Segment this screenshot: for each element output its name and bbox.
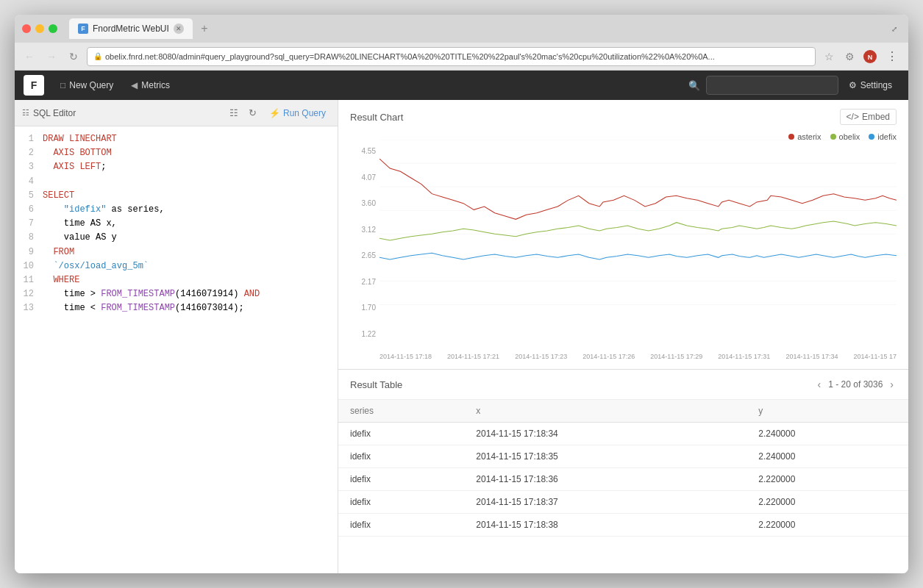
result-table: series x y idefix 2014-11-15 17:18:34 2.… bbox=[338, 400, 908, 537]
chart-section: Result Chart </> Embed asterix bbox=[338, 100, 908, 370]
cell-y: 2.240000 bbox=[746, 423, 908, 445]
main-content: ☷ SQL Editor ☷ ↻ ⚡ Run Query 1 DRAW LINE… bbox=[15, 100, 908, 573]
chart-actions: </> Embed bbox=[840, 109, 897, 125]
sql-editor[interactable]: 1 DRAW LINECHART 2 AXIS BOTTOM 3 AXIS LE… bbox=[15, 126, 338, 573]
active-tab[interactable]: F FnordMetric WebUI ✕ bbox=[69, 18, 193, 39]
cell-x: 2014-11-15 17:18:38 bbox=[464, 514, 746, 537]
new-query-label: New Query bbox=[69, 80, 113, 90]
cell-y: 2.220000 bbox=[746, 491, 908, 514]
cell-y: 2.240000 bbox=[746, 445, 908, 468]
title-bar: F FnordMetric WebUI ✕ + ⤢ bbox=[15, 15, 908, 43]
app-toolbar: F □ New Query ◀ Metrics 🔍 ⚙ Settings bbox=[15, 71, 908, 100]
minimize-window-button[interactable] bbox=[35, 24, 44, 33]
forward-button[interactable]: → bbox=[43, 48, 60, 65]
table-row: idefix 2014-11-15 17:18:35 2.240000 bbox=[338, 445, 908, 468]
sql-line-10: 10 `/osx/load_avg_5m` bbox=[15, 259, 338, 273]
app-logo: F bbox=[24, 75, 44, 96]
metrics-button[interactable]: ◀ Metrics bbox=[124, 76, 177, 94]
nav-right-actions: ☆ ⚙ N ⋮ bbox=[820, 46, 902, 67]
table-head: series x y bbox=[338, 400, 908, 423]
split-view-icon[interactable]: ☷ bbox=[227, 106, 241, 121]
sql-panel: ☷ SQL Editor ☷ ↻ ⚡ Run Query 1 DRAW LINE… bbox=[15, 100, 338, 573]
search-input[interactable] bbox=[706, 76, 838, 95]
metrics-label: Metrics bbox=[141, 80, 170, 90]
chrome-menu-icon[interactable]: ⋮ bbox=[882, 46, 902, 67]
run-query-button[interactable]: ⚡ Run Query bbox=[265, 106, 330, 121]
url-bar[interactable]: 🔒 obelix.fnrd.net:8080/admin#query_playg… bbox=[87, 47, 816, 66]
browser-window: F FnordMetric WebUI ✕ + ⤢ ← → ↻ 🔒 obelix… bbox=[15, 15, 908, 573]
app-search-area: 🔍 bbox=[688, 76, 838, 95]
bookmark-icon[interactable]: ☆ bbox=[820, 48, 838, 65]
col-header-y: y bbox=[746, 400, 908, 423]
settings-icon: ⚙ bbox=[849, 80, 857, 90]
sql-line-11: 11 WHERE bbox=[15, 273, 338, 287]
pagination-text: 1 - 20 of 3036 bbox=[828, 379, 883, 390]
settings-label: Settings bbox=[860, 80, 892, 90]
legend-dot-asterix bbox=[788, 134, 794, 140]
settings-button[interactable]: ⚙ Settings bbox=[841, 76, 899, 94]
right-panel: Result Chart </> Embed asterix bbox=[338, 100, 908, 573]
back-button[interactable]: ← bbox=[21, 48, 38, 65]
maximize-window-button[interactable] bbox=[49, 24, 57, 33]
embed-label: Embed bbox=[862, 112, 890, 122]
chart-area: asterix obelix idefix bbox=[350, 132, 897, 360]
sql-line-12: 12 time > FROM_TIMESTAMP(1416071914) AND bbox=[15, 287, 338, 301]
cell-series: idefix bbox=[338, 514, 464, 537]
sql-line-8: 8 value AS y bbox=[15, 231, 338, 245]
refresh-query-icon[interactable]: ↻ bbox=[246, 106, 260, 121]
chart-title: Result Chart bbox=[350, 112, 403, 123]
col-header-x: x bbox=[464, 400, 746, 423]
sql-line-3: 3 AXIS LEFT; bbox=[15, 160, 338, 174]
embed-icon: </> bbox=[847, 112, 859, 122]
run-icon: ⚡ bbox=[269, 108, 280, 118]
svg-text:N: N bbox=[868, 54, 873, 61]
result-table-section: Result Table ‹ 1 - 20 of 3036 › series x… bbox=[338, 370, 908, 573]
cell-series: idefix bbox=[338, 468, 464, 491]
profile-icon[interactable]: N bbox=[861, 48, 879, 65]
sql-line-5: 5 SELECT bbox=[15, 189, 338, 203]
sql-line-2: 2 AXIS BOTTOM bbox=[15, 146, 338, 160]
refresh-button[interactable]: ↻ bbox=[65, 48, 82, 65]
run-query-label: Run Query bbox=[283, 108, 326, 118]
search-icon: 🔍 bbox=[688, 80, 700, 91]
sql-line-6: 6 "idefix" as series, bbox=[15, 203, 338, 217]
cell-series: idefix bbox=[338, 491, 464, 514]
table-pagination: ‹ 1 - 20 of 3036 › bbox=[815, 377, 897, 392]
sql-toolbar: ☷ SQL Editor ☷ ↻ ⚡ Run Query bbox=[15, 100, 338, 126]
col-header-series: series bbox=[338, 400, 464, 423]
close-window-button[interactable] bbox=[22, 24, 31, 33]
chart-header: Result Chart </> Embed bbox=[350, 109, 897, 125]
cell-y: 2.220000 bbox=[746, 468, 908, 491]
line-chart-svg bbox=[379, 140, 897, 331]
tab-close-button[interactable]: ✕ bbox=[174, 24, 184, 34]
metrics-icon: ◀ bbox=[131, 80, 138, 90]
tab-bar: F FnordMetric WebUI ✕ + bbox=[69, 18, 882, 39]
embed-button[interactable]: </> Embed bbox=[840, 109, 897, 125]
cell-series: idefix bbox=[338, 445, 464, 468]
new-query-button[interactable]: □ New Query bbox=[53, 76, 121, 94]
table-row: idefix 2014-11-15 17:18:36 2.220000 bbox=[338, 468, 908, 491]
sql-line-1: 1 DRAW LINECHART bbox=[15, 132, 338, 146]
nav-bar: ← → ↻ 🔒 obelix.fnrd.net:8080/admin#query… bbox=[15, 43, 908, 71]
next-page-button[interactable]: › bbox=[887, 377, 897, 392]
table-row: idefix 2014-11-15 17:18:37 2.220000 bbox=[338, 491, 908, 514]
sql-toolbar-actions: ☷ ↻ ⚡ Run Query bbox=[227, 106, 330, 121]
legend-dot-idefix bbox=[869, 134, 874, 140]
tab-favicon: F bbox=[78, 24, 88, 34]
cell-x: 2014-11-15 17:18:37 bbox=[464, 491, 746, 514]
sql-line-13: 13 time < FROM_TIMESTAMP(1416073014); bbox=[15, 301, 338, 315]
new-tab-button[interactable]: + bbox=[196, 20, 213, 37]
x-axis-labels: 2014-11-15 17:18 2014-11-15 17:21 2014-1… bbox=[379, 353, 897, 360]
sql-editor-icon: ☷ bbox=[22, 108, 29, 118]
legend-dot-obelix bbox=[830, 134, 836, 140]
extensions-icon[interactable]: ⚙ bbox=[841, 48, 858, 65]
new-query-icon: □ bbox=[60, 80, 65, 90]
traffic-lights bbox=[22, 24, 57, 33]
prev-page-button[interactable]: ‹ bbox=[815, 377, 824, 392]
fullscreen-icon[interactable]: ⤢ bbox=[888, 22, 901, 35]
cell-series: idefix bbox=[338, 423, 464, 445]
cell-x: 2014-11-15 17:18:35 bbox=[464, 445, 746, 468]
tab-title: FnordMetric WebUI bbox=[93, 24, 169, 34]
url-text: obelix.fnrd.net:8080/admin#query_playgro… bbox=[105, 52, 809, 61]
sql-editor-title: SQL Editor bbox=[33, 108, 76, 118]
